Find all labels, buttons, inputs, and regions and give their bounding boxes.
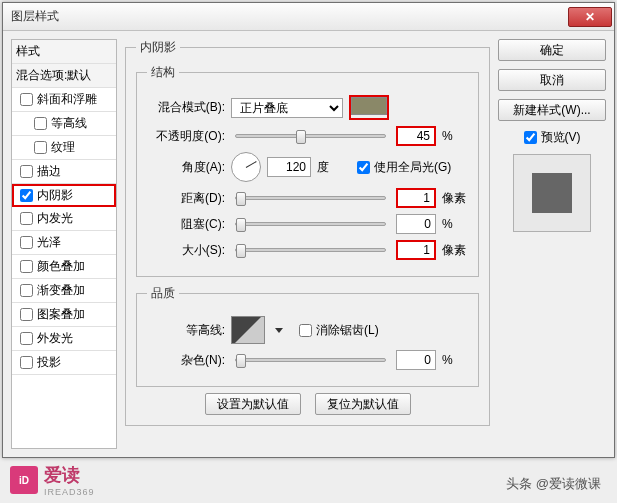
ok-button[interactable]: 确定 xyxy=(498,39,606,61)
close-icon: ✕ xyxy=(585,10,595,24)
style-inner-glow[interactable]: 内发光 xyxy=(12,207,116,231)
cancel-button[interactable]: 取消 xyxy=(498,69,606,91)
angle-unit: 度 xyxy=(317,159,343,176)
layer-style-dialog: 图层样式 ✕ 样式 混合选项:默认 斜面和浮雕 等高线 纹理 描边 内阴影 内发… xyxy=(2,2,615,458)
blend-color-swatch[interactable] xyxy=(351,97,387,115)
new-style-button[interactable]: 新建样式(W)... xyxy=(498,99,606,121)
style-gradient-overlay-check[interactable] xyxy=(20,284,33,297)
style-contour-check[interactable] xyxy=(34,117,47,130)
opacity-slider[interactable] xyxy=(235,134,386,138)
antialias-label: 消除锯齿(L) xyxy=(316,322,379,339)
reset-default-button[interactable]: 复位为默认值 xyxy=(315,393,411,415)
style-gradient-overlay[interactable]: 渐变叠加 xyxy=(12,279,116,303)
preview-inner xyxy=(532,173,572,213)
style-drop-shadow-check[interactable] xyxy=(20,356,33,369)
choke-input[interactable] xyxy=(396,214,436,234)
size-label: 大小(S): xyxy=(147,242,225,259)
angle-input[interactable] xyxy=(267,157,311,177)
noise-label: 杂色(N): xyxy=(147,352,225,369)
styles-list: 样式 混合选项:默认 斜面和浮雕 等高线 纹理 描边 内阴影 内发光 光泽 颜色… xyxy=(11,39,117,449)
global-light-checkbox[interactable] xyxy=(357,161,370,174)
set-default-button[interactable]: 设置为默认值 xyxy=(205,393,301,415)
choke-slider[interactable] xyxy=(235,222,386,226)
blend-options-default[interactable]: 混合选项:默认 xyxy=(12,64,116,88)
style-bevel[interactable]: 斜面和浮雕 xyxy=(12,88,116,112)
style-satin[interactable]: 光泽 xyxy=(12,231,116,255)
angle-dial[interactable] xyxy=(231,152,261,182)
style-stroke[interactable]: 描边 xyxy=(12,160,116,184)
preview-label: 预览(V) xyxy=(541,129,581,146)
size-slider[interactable] xyxy=(235,248,386,252)
settings-panel: 内阴影 结构 混合模式(B): 正片叠底 不透明度(O): % xyxy=(125,39,490,449)
style-contour[interactable]: 等高线 xyxy=(12,112,116,136)
blend-mode-label: 混合模式(B): xyxy=(147,99,225,116)
style-inner-shadow-check[interactable] xyxy=(20,189,33,202)
brand-logo-icon: iD xyxy=(10,466,38,494)
brand-sub: IREAD369 xyxy=(44,487,95,497)
style-drop-shadow[interactable]: 投影 xyxy=(12,351,116,375)
preview-wrap[interactable]: 预览(V) xyxy=(524,129,581,146)
quality-legend: 品质 xyxy=(147,285,179,302)
distance-slider[interactable] xyxy=(235,196,386,200)
angle-label: 角度(A): xyxy=(147,159,225,176)
inner-shadow-group: 内阴影 结构 混合模式(B): 正片叠底 不透明度(O): % xyxy=(125,39,490,426)
contour-dropdown-icon[interactable] xyxy=(275,328,283,333)
titlebar: 图层样式 ✕ xyxy=(3,3,614,31)
style-color-overlay-check[interactable] xyxy=(20,260,33,273)
style-texture[interactable]: 纹理 xyxy=(12,136,116,160)
credit-text: 头条 @爱读微课 xyxy=(506,475,601,493)
noise-input[interactable] xyxy=(396,350,436,370)
style-pattern-overlay-check[interactable] xyxy=(20,308,33,321)
style-pattern-overlay[interactable]: 图案叠加 xyxy=(12,303,116,327)
structure-group: 结构 混合模式(B): 正片叠底 不透明度(O): % 角度(A) xyxy=(136,64,479,277)
brand-name: 爱读 xyxy=(44,465,80,485)
style-inner-shadow[interactable]: 内阴影 xyxy=(12,184,116,207)
size-input[interactable] xyxy=(396,240,436,260)
color-swatch-highlight xyxy=(349,95,389,120)
global-light-label: 使用全局光(G) xyxy=(374,159,451,176)
choke-unit: % xyxy=(442,217,468,231)
style-satin-check[interactable] xyxy=(20,236,33,249)
right-panel: 确定 取消 新建样式(W)... 预览(V) xyxy=(498,39,606,449)
style-color-overlay[interactable]: 颜色叠加 xyxy=(12,255,116,279)
style-stroke-check[interactable] xyxy=(20,165,33,178)
quality-group: 品质 等高线: 消除锯齿(L) 杂色(N): % xyxy=(136,285,479,387)
watermark: iD 爱读 IREAD369 xyxy=(10,463,95,497)
antialias-wrap[interactable]: 消除锯齿(L) xyxy=(299,322,379,339)
size-unit: 像素 xyxy=(442,242,468,259)
noise-slider[interactable] xyxy=(235,358,386,362)
style-texture-check[interactable] xyxy=(34,141,47,154)
distance-label: 距离(D): xyxy=(147,190,225,207)
distance-unit: 像素 xyxy=(442,190,468,207)
opacity-unit: % xyxy=(442,129,468,143)
blend-mode-select[interactable]: 正片叠底 xyxy=(231,98,343,118)
style-outer-glow-check[interactable] xyxy=(20,332,33,345)
noise-unit: % xyxy=(442,353,468,367)
contour-picker[interactable] xyxy=(231,316,265,344)
close-button[interactable]: ✕ xyxy=(568,7,612,27)
choke-label: 阻塞(C): xyxy=(147,216,225,233)
preview-box xyxy=(513,154,591,232)
styles-header[interactable]: 样式 xyxy=(12,40,116,64)
opacity-input[interactable] xyxy=(396,126,436,146)
distance-input[interactable] xyxy=(396,188,436,208)
opacity-label: 不透明度(O): xyxy=(147,128,225,145)
style-outer-glow[interactable]: 外发光 xyxy=(12,327,116,351)
window-title: 图层样式 xyxy=(11,8,568,25)
antialias-checkbox[interactable] xyxy=(299,324,312,337)
style-bevel-check[interactable] xyxy=(20,93,33,106)
preview-checkbox[interactable] xyxy=(524,131,537,144)
global-light-check-wrap[interactable]: 使用全局光(G) xyxy=(357,159,451,176)
contour-label: 等高线: xyxy=(147,322,225,339)
style-inner-glow-check[interactable] xyxy=(20,212,33,225)
structure-legend: 结构 xyxy=(147,64,179,81)
inner-shadow-legend: 内阴影 xyxy=(136,39,180,56)
